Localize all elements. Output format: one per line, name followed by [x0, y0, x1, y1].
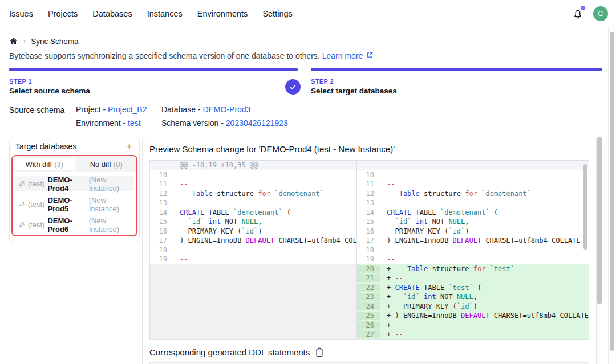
code-token: + — [387, 321, 391, 329]
code-token: PRIMARY KEY ( — [180, 227, 241, 235]
tab-no-diff[interactable]: No diff(0) — [76, 156, 137, 172]
code-token: for — [258, 190, 270, 198]
diff-hunk-line — [357, 161, 589, 170]
line-number: 18 — [150, 246, 173, 254]
home-icon[interactable] — [9, 36, 18, 46]
diff-pane-modified[interactable]: 1011--12-- Table structure for `demotena… — [357, 161, 589, 339]
code-token — [188, 190, 192, 198]
field-value-link[interactable]: 20230426121923 — [226, 118, 288, 128]
target-databases-highlight-box: With diff(3)No diff(0) (test)DEMO-Prod4(… — [11, 155, 137, 236]
code-token: Table — [192, 190, 213, 198]
line-number: 27 — [357, 330, 380, 338]
field-value-link[interactable]: Project_B2 — [108, 105, 147, 114]
code-line: + — [380, 321, 589, 329]
diff-hunk-line: @@ -10,19 +10,35 @@ — [150, 161, 356, 170]
nav-item-instances[interactable]: Instances — [147, 9, 183, 18]
code-token: `id` — [448, 227, 465, 235]
code-token: + — [387, 330, 395, 338]
diff-line: 10 — [150, 170, 356, 180]
diff-line: 17) ENGINE=InnoDB DEFAULT CHARSET=utf8mb… — [357, 236, 589, 246]
diff-pane-original[interactable]: @@ -10,19 +10,35 @@1011--12-- Table stru… — [150, 161, 357, 339]
code-token: -- — [387, 255, 395, 263]
line-number: 15 — [150, 218, 173, 226]
line-number: 15 — [357, 218, 380, 226]
target-databases-panel: Target databases + With diff(3)No diff(0… — [9, 137, 140, 242]
ddl-title: Corresponding generated DDL statements — [149, 347, 310, 357]
mysql-icon — [18, 179, 25, 188]
code-line: CREATE TABLE `demotenant` ( — [173, 208, 356, 216]
code-token: int — [209, 218, 221, 226]
external-link-icon[interactable] — [366, 51, 374, 60]
tab-label: With diff — [25, 160, 52, 169]
code-token: -- — [387, 190, 395, 198]
avatar[interactable]: C — [593, 6, 608, 21]
add-target-database-button[interactable]: + — [126, 142, 132, 151]
code-token: -- — [395, 330, 403, 338]
code-line: + -- — [380, 274, 589, 282]
code-token: NULL — [241, 218, 258, 226]
breadcrumb-current: Sync Schema — [31, 37, 78, 46]
content-scrollbar[interactable] — [597, 137, 602, 304]
notifications-button[interactable] — [572, 7, 584, 20]
database-item[interactable]: (test)DEMO-Prod6(New Instance) — [15, 217, 134, 232]
diff-line: 14CREATE TABLE `demotenant` ( — [357, 208, 589, 218]
diff-line: 19-- — [357, 255, 589, 264]
nav-item-databases[interactable]: Databases — [92, 9, 132, 18]
learn-more-link[interactable]: Learn more — [322, 51, 363, 60]
steps-row: STEP 1 Select source schema STEP 2 Selec… — [9, 68, 602, 95]
code-token — [180, 218, 188, 226]
step-1-progress-bar — [9, 68, 298, 71]
copy-ddl-button[interactable] — [315, 347, 324, 357]
diff-scrollbar[interactable] — [583, 164, 587, 250]
code-token: -- — [180, 199, 188, 207]
code-token: PRIMARY KEY ( — [387, 227, 448, 235]
intro-text-row: Bytebase supports synchronizing a specif… — [9, 51, 616, 60]
page-scrollbar[interactable] — [610, 32, 614, 351]
diff-line: 25+ ) ENGINE=InnoDB DEFAULT CHARSET=utf8… — [357, 311, 589, 321]
diff-line: 19-- — [150, 255, 356, 264]
code-token: -- — [180, 255, 188, 263]
code-token: `id` — [241, 227, 258, 235]
database-item[interactable]: (test)DEMO-Prod5(New Instance) — [15, 197, 134, 212]
code-token: , — [473, 293, 477, 301]
diff-line: 15 `id` int NOT NULL, — [357, 217, 589, 227]
code-token: `id` — [188, 218, 204, 226]
code-token: CHARSET=utf8mb4 COLLATE — [490, 312, 589, 320]
source-schema-heading: Source schema — [9, 105, 76, 128]
nav-item-environments[interactable]: Environments — [197, 9, 248, 18]
database-item[interactable]: (test)DEMO-Prod4(New Instance) — [15, 176, 134, 191]
nav-item-settings[interactable]: Settings — [262, 9, 292, 18]
code-token: -- — [180, 180, 188, 188]
database-environment: (test) — [28, 179, 45, 188]
code-token: TABLE — [420, 284, 449, 292]
nav-item-projects[interactable]: Projects — [48, 9, 78, 18]
nav-item-issues[interactable]: Issues — [9, 9, 33, 18]
line-number: 10 — [357, 171, 380, 179]
schema-preview-panel: Preview Schema change for 'DEMO-Prod4 (t… — [142, 137, 597, 364]
tab-with-diff[interactable]: With diff(3) — [14, 158, 75, 170]
step-2[interactable]: STEP 2 Select target databases — [311, 68, 602, 95]
code-token: Table — [399, 190, 420, 198]
code-token: `test` — [448, 284, 473, 292]
field-value-link[interactable]: test — [128, 118, 141, 128]
main-nav: IssuesProjectsDatabasesInstancesEnvironm… — [9, 9, 293, 18]
source-schema-fields: Project - Project_B2Database - DEMO-Prod… — [76, 105, 288, 128]
tab-count: (3) — [54, 160, 63, 169]
check-icon — [289, 83, 297, 91]
code-token: DEFAULT — [453, 236, 482, 244]
code-token: `demotenant` — [274, 190, 324, 198]
step-1[interactable]: STEP 1 Select source schema — [9, 68, 298, 95]
line-number: 12 — [357, 190, 380, 198]
diff-line: 13-- — [357, 198, 589, 208]
code-line: PRIMARY KEY (`id`) — [173, 227, 356, 235]
code-token: `id` — [395, 218, 411, 226]
source-field: Project - Project_B2 — [76, 105, 161, 114]
code-token: structure — [213, 190, 258, 198]
field-value-link[interactable]: DEMO-Prod3 — [202, 105, 250, 114]
code-token: ( — [473, 284, 481, 292]
code-token — [204, 218, 208, 226]
code-token: NULL — [448, 218, 465, 226]
step-2-progress-bar — [311, 68, 602, 71]
code-token: DEFAULT — [461, 312, 490, 320]
code-line: + ) ENGINE=InnoDB DEFAULT CHARSET=utf8mb… — [380, 312, 589, 320]
